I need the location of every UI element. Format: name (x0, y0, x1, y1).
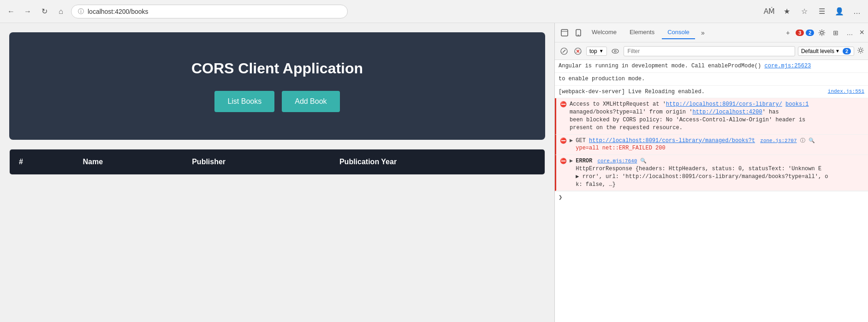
bottom-expand-icon[interactable]: ❯ (559, 194, 562, 201)
add-tab-button[interactable]: + (782, 27, 794, 39)
context-label: top (589, 48, 597, 54)
msg-link-1[interactable]: core.mjs:25623 (764, 63, 811, 69)
tab-welcome[interactable]: Welcome (586, 26, 622, 39)
books-link[interactable]: books:1 (785, 101, 809, 107)
eye-button[interactable] (610, 46, 621, 57)
col-publication-year: Publication Year (330, 149, 545, 174)
levels-label: Default levels (801, 48, 834, 54)
browser-toolbar: ← → ↻ ⌂ ⓘ localhost:4200/books AḾ ★ ☆ ☰ … (0, 0, 868, 23)
svg-point-4 (820, 31, 823, 34)
info-icon: ⓘ (78, 7, 84, 16)
info-icon-4[interactable]: ⓘ (800, 138, 805, 143)
bottom-expand: ❯ (555, 191, 868, 203)
console-message-3: ⛔ Access to XMLHttpRequest at 'http://lo… (555, 98, 868, 134)
list-books-button[interactable]: List Books (214, 91, 274, 112)
browser-actions: AḾ ★ ☆ ☰ 👤 … (763, 5, 863, 18)
console-message-4: ⛔ ▶ GET http://localhost:8091/cors-libra… (555, 135, 868, 155)
svg-rect-0 (561, 30, 568, 36)
read-mode-button[interactable]: ★ (780, 5, 793, 18)
col-hash: # (10, 149, 74, 174)
more-tabs-button[interactable]: » (697, 27, 709, 39)
url-text: localhost:4200/books (88, 8, 341, 15)
console-message-1: Angular is running in development mode. … (555, 60, 868, 73)
collections-button[interactable]: ☰ (815, 5, 828, 18)
levels-arrow: ▼ (835, 48, 840, 54)
msg-content-5: ERROR core.mjs:7640 🔍 HttpErrorResponse … (576, 157, 864, 188)
error-label: ERROR (576, 158, 592, 164)
svg-point-12 (859, 49, 862, 52)
console-messages: Angular is running in development mode. … (555, 60, 868, 322)
address-bar[interactable]: ⓘ localhost:4200/books (71, 5, 348, 18)
devtools-extensions-button[interactable]: ⊞ (830, 27, 842, 39)
console-filter-button[interactable] (572, 46, 583, 57)
back-button[interactable]: ← (5, 5, 18, 18)
books-table: # Name Publisher Publication Year (10, 149, 545, 174)
devtools-top-toolbar: Welcome Elements Console » + 3 2 ⊞ … × (555, 23, 868, 42)
msg-content-3: Access to XMLHttpRequest at 'http://loca… (570, 101, 864, 131)
expand-arrow-5[interactable]: ▶ (570, 157, 573, 165)
origin-link[interactable]: http://localhost:4200 (692, 109, 762, 115)
svg-line-6 (563, 50, 565, 53)
home-button[interactable]: ⌂ (54, 5, 67, 18)
add-book-button[interactable]: Add Book (282, 91, 339, 112)
devtools-more-button[interactable]: … (844, 27, 856, 39)
msg-source-4[interactable]: zone.js:2707 (760, 138, 797, 143)
tab-console[interactable]: Console (662, 26, 695, 39)
error-icon-3: ⛔ (560, 101, 567, 109)
msg-source-5[interactable]: core.mjs:7640 (597, 158, 637, 164)
msg-content-1: Angular is running in development mode. … (559, 62, 864, 70)
svg-point-10 (612, 49, 618, 53)
col-publisher: Publisher (183, 149, 330, 174)
error-expand-5[interactable]: ▶ rror', url: 'http://localhost:8091/cor… (576, 173, 828, 180)
books-table-card: # Name Publisher Publication Year (9, 149, 545, 175)
hero-buttons: List Books Add Book (214, 91, 339, 112)
console-clear-button[interactable] (559, 46, 570, 57)
more-button[interactable]: … (850, 5, 863, 18)
error-badge: 3 (796, 30, 804, 36)
context-arrow: ▼ (599, 48, 604, 54)
devtools-device-button[interactable] (572, 27, 584, 39)
expand-arrow-4[interactable]: ▶ (570, 137, 573, 145)
filter-input[interactable] (624, 46, 795, 56)
search-icon-5[interactable]: 🔍 (640, 158, 647, 164)
msg-content-2: [webpack-dev-server] Live Reloading enab… (559, 88, 825, 96)
error-detail: HttpErrorResponse {headers: HttpHeaders,… (576, 166, 821, 172)
levels-badge: 2 (843, 48, 851, 54)
text-size-button[interactable]: AḾ (763, 5, 776, 18)
devtools-inspect-button[interactable] (559, 27, 571, 39)
forward-button[interactable]: → (21, 5, 34, 18)
refresh-button[interactable]: ↻ (38, 5, 51, 18)
msg-source-2[interactable]: index.js:551 (828, 88, 864, 95)
net-error-text: ype=all net::ERR_FAILED 200 (576, 145, 665, 151)
profile-button[interactable]: 👤 (833, 5, 846, 18)
error-icon-5: ⛔ (560, 158, 567, 166)
col-name: Name (74, 149, 183, 174)
devtools-close-button[interactable]: × (859, 28, 864, 37)
devtools-panel: Welcome Elements Console » + 3 2 ⊞ … × (554, 23, 868, 322)
cors-url-link[interactable]: http://localhost:8091/cors-library/ (666, 101, 782, 107)
console-message-2: [webpack-dev-server] Live Reloading enab… (555, 86, 868, 99)
table-header: # Name Publisher Publication Year (10, 149, 545, 174)
search-icon-4[interactable]: 🔍 (809, 138, 815, 143)
app-title: CORS Client Application (191, 60, 363, 77)
error-detail-2: k: false, …} (576, 181, 615, 188)
levels-selector[interactable]: Default levels ▼ 2 (798, 47, 854, 56)
msg-content-1b: to enable production mode. (559, 75, 864, 83)
console-message-5: ⛔ ▶ ERROR core.mjs:7640 🔍 HttpErrorRespo… (555, 155, 868, 191)
svg-point-11 (614, 50, 616, 52)
info-badge: 2 (806, 30, 814, 36)
console-toolbar: top ▼ Default levels ▼ 2 (555, 42, 868, 60)
context-selector[interactable]: top ▼ (586, 47, 607, 56)
devtools-settings-button[interactable] (816, 27, 828, 39)
devtools-toolbar-icons: + 3 2 ⊞ … × (782, 27, 864, 39)
main-area: CORS Client Application List Books Add B… (0, 23, 868, 322)
console-settings-button[interactable] (857, 47, 864, 55)
hero-card: CORS Client Application List Books Add B… (9, 32, 545, 140)
tab-elements[interactable]: Elements (624, 26, 660, 39)
console-message-1b: to enable production mode. (555, 73, 868, 86)
error-icon-4: ⛔ (560, 137, 567, 145)
msg-content-4: GET http://localhost:8091/cors-library/m… (576, 137, 864, 153)
get-url-link[interactable]: http://localhost:8091/cors-library/manag… (589, 137, 755, 144)
favorites-button[interactable]: ☆ (798, 5, 811, 18)
table-header-row: # Name Publisher Publication Year (10, 149, 545, 174)
